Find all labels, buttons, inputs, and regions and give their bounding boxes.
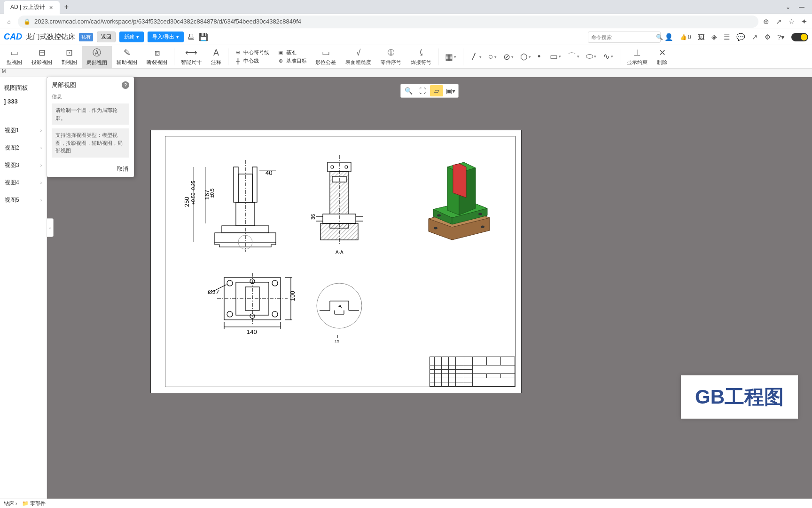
model-view-icon: ▭: [10, 48, 18, 58]
dimension-icon: ⟷: [185, 48, 197, 58]
minimize-icon[interactable]: ―: [799, 4, 804, 10]
ribbon-show-constraints[interactable]: ⊥显示约束: [622, 46, 652, 68]
help-icon[interactable]: ?: [122, 81, 129, 89]
drawing-canvas[interactable]: ‹ 🔍 ⛶ ▱ ▣▾: [47, 77, 812, 499]
close-icon[interactable]: ×: [49, 4, 53, 11]
ribbon-part-no[interactable]: ①零件序号: [376, 46, 406, 68]
privacy-badge: 私有: [79, 33, 93, 41]
svg-text:1:5: 1:5: [335, 340, 339, 343]
new-button[interactable]: 新建▾: [119, 32, 144, 42]
home-icon[interactable]: ⌂: [5, 17, 13, 26]
user-icon[interactable]: 👤: [664, 33, 673, 41]
arc-tool[interactable]: ⌒▾: [568, 51, 579, 62]
ribbon-roughness[interactable]: √表面粗糙度: [341, 46, 376, 68]
ribbon-center-symbol[interactable]: ⊕中心符号线: [234, 49, 269, 56]
svg-rect-0: [234, 167, 238, 202]
svg-point-33: [434, 227, 437, 230]
roughness-icon: √: [356, 48, 361, 58]
ellipse-tool[interactable]: ⬭▾: [586, 51, 596, 61]
ribbon-annotation[interactable]: A注释: [206, 46, 226, 68]
ribbon-local-view[interactable]: Ⓐ局部视图: [82, 46, 112, 68]
point-tool[interactable]: •: [538, 52, 540, 62]
ribbon-datum[interactable]: ▣基准: [277, 49, 307, 56]
star-icon[interactable]: ☆: [789, 17, 795, 26]
drawing-border: 250 +0.50 -0.25 167 ±0.5 40: [165, 136, 515, 387]
polygon-tool[interactable]: ⬡▾: [520, 52, 531, 62]
share-icon[interactable]: ↗: [752, 33, 758, 41]
url-field[interactable]: 🔒 2023.crowncad.com/cad/workspace/p/634f…: [18, 16, 758, 28]
search-icon[interactable]: 🔍: [656, 34, 663, 40]
svg-text:100: 100: [289, 291, 296, 301]
tolerance-icon: ▭: [322, 48, 330, 58]
tab-title: AD | 云上设计: [10, 3, 45, 11]
line-tool[interactable]: 〳▾: [470, 52, 482, 62]
gear-icon[interactable]: ⚙: [765, 33, 771, 41]
center-symbol-icon: ⊕: [234, 49, 242, 56]
save-icon[interactable]: 💾: [199, 32, 208, 41]
app-logo: CAD: [4, 32, 22, 42]
search-input[interactable]: [591, 34, 656, 40]
ribbon-smart-dim[interactable]: ⟷智能尺寸: [176, 46, 206, 68]
tree-item-view4[interactable]: 视图4›: [2, 174, 45, 191]
tree-item-view1[interactable]: 视图1›: [2, 122, 45, 139]
ribbon-weld[interactable]: ⤹焊接符号: [406, 46, 436, 68]
zoom-window-button[interactable]: ⛶: [416, 85, 429, 96]
zoom-icon[interactable]: ⊕: [763, 17, 769, 26]
front-view: 250 +0.50 -0.25 167 ±0.5 40: [172, 151, 295, 259]
ribbon-projection-view[interactable]: ⊟投影视图: [27, 46, 57, 68]
ribbon-centerline[interactable]: ╫中心线: [234, 57, 269, 65]
chat-icon[interactable]: 💬: [736, 33, 745, 41]
circle-tool[interactable]: ○▾: [488, 52, 497, 62]
chevron-down-icon[interactable]: ⌄: [786, 4, 790, 10]
ribbon-model-view[interactable]: ▭型视图: [2, 46, 27, 68]
breadcrumb-item[interactable]: 📁 零部件: [22, 500, 46, 507]
browser-tab[interactable]: AD | 云上设计 ×: [4, 1, 60, 14]
table-tool[interactable]: ▦▾: [445, 52, 456, 62]
ribbon-geo-tol[interactable]: ▭形位公差: [311, 46, 341, 68]
collapse-handle[interactable]: ‹: [47, 218, 54, 237]
cube-icon[interactable]: ◈: [711, 33, 717, 41]
chevron-right-icon: ›: [40, 145, 42, 151]
lock-icon: 🔒: [23, 18, 31, 25]
back-button[interactable]: 返回: [97, 32, 116, 42]
tree-item-view3[interactable]: 视图3›: [2, 157, 45, 174]
local-view-icon: Ⓐ: [93, 47, 101, 58]
ribbon-section-view[interactable]: ⊡剖视图: [57, 46, 82, 68]
app-header: CAD 龙门式数控钻床 私有 返回 新建▾ 导入/导出▾ 🖶 💾 🔍 👤 👍0 …: [0, 29, 812, 45]
print-icon[interactable]: 🖶: [187, 33, 195, 41]
new-tab-button[interactable]: +: [64, 3, 69, 11]
tree-item-view2[interactable]: 视图2›: [2, 139, 45, 157]
tree-item-view5[interactable]: 视图5›: [2, 191, 45, 209]
sheet-toggle-button[interactable]: ▱: [430, 85, 443, 96]
svg-rect-1: [252, 167, 257, 202]
image-icon[interactable]: 🖼: [698, 33, 705, 41]
section-view: 36 A-A: [306, 153, 377, 261]
chevron-right-icon: ›: [40, 163, 42, 168]
slot-tool[interactable]: ⊘▾: [503, 52, 514, 62]
doc-node[interactable]: ] 333: [2, 95, 45, 108]
view-options-button[interactable]: ▣▾: [444, 85, 457, 96]
ribbon-break-view[interactable]: ⧈断裂视图: [142, 46, 172, 68]
like-button[interactable]: 👍0: [680, 34, 691, 40]
zoom-fit-button[interactable]: 🔍: [402, 85, 415, 96]
centerline-icon: ╫: [234, 57, 242, 65]
breadcrumb-item[interactable]: 钻床 ›: [4, 500, 17, 507]
chevron-right-icon: ›: [40, 180, 42, 185]
ribbon-aux-view[interactable]: ✎辅助视图: [112, 46, 142, 68]
isometric-view: [414, 148, 499, 247]
svg-point-38: [227, 280, 233, 286]
cancel-button[interactable]: 取消: [47, 161, 134, 177]
theme-toggle[interactable]: [791, 33, 808, 41]
spline-tool[interactable]: ∿▾: [603, 51, 613, 62]
constraints-icon: ⊥: [633, 48, 641, 58]
command-search[interactable]: 🔍: [588, 32, 661, 43]
help-icon[interactable]: ?▾: [777, 33, 785, 41]
extensions-icon[interactable]: ✦: [801, 17, 807, 26]
rect-tool[interactable]: ▭▾: [550, 51, 561, 62]
import-export-button[interactable]: 导入/导出▾: [148, 32, 184, 42]
svg-text:40: 40: [265, 169, 272, 176]
ribbon-delete[interactable]: ✕删除: [652, 46, 672, 68]
share-icon[interactable]: ↗: [776, 17, 782, 26]
ribbon-datum-target[interactable]: ⊛基准目标: [277, 57, 307, 65]
list-icon[interactable]: ☰: [724, 33, 730, 41]
